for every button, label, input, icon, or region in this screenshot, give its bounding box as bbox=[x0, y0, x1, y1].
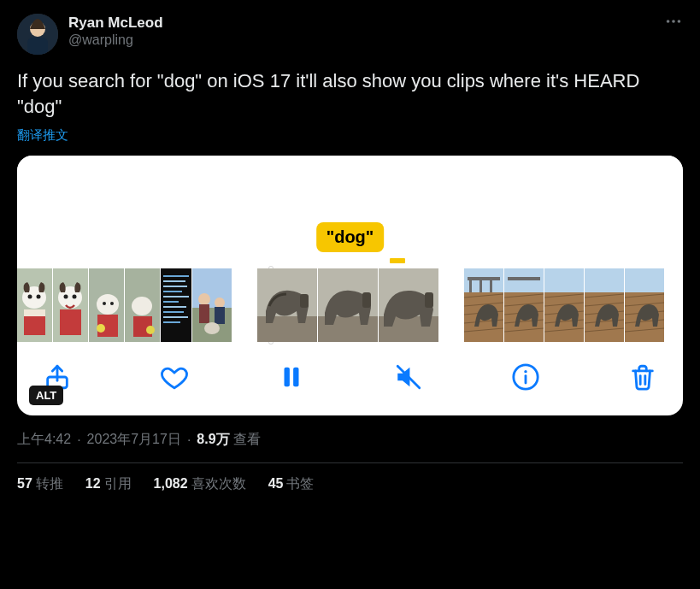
thumbnail[interactable] bbox=[89, 268, 124, 342]
thumbnail[interactable] bbox=[504, 268, 544, 342]
trash-button[interactable] bbox=[628, 362, 657, 392]
svg-rect-72 bbox=[508, 277, 540, 280]
svg-rect-80 bbox=[585, 268, 624, 292]
svg-rect-63 bbox=[479, 280, 482, 292]
retweets-stat[interactable]: 57转推 bbox=[17, 475, 63, 493]
svg-rect-53 bbox=[425, 292, 433, 308]
pause-button[interactable] bbox=[277, 362, 306, 392]
svg-point-4 bbox=[672, 20, 675, 23]
retweets-label: 转推 bbox=[36, 476, 63, 491]
like-button[interactable] bbox=[160, 362, 189, 392]
media-top: "dog" bbox=[17, 156, 683, 267]
trash-icon bbox=[628, 362, 657, 392]
svg-rect-27 bbox=[161, 268, 191, 342]
svg-point-40 bbox=[198, 293, 210, 305]
thumbnail[interactable] bbox=[585, 268, 624, 342]
info-button[interactable] bbox=[511, 362, 540, 392]
svg-rect-34 bbox=[163, 306, 186, 308]
svg-rect-61 bbox=[468, 277, 500, 280]
svg-point-5 bbox=[678, 20, 681, 23]
views-label: 查看 bbox=[233, 431, 261, 449]
alt-badge[interactable]: ALT bbox=[29, 386, 63, 405]
svg-rect-28 bbox=[163, 275, 189, 277]
thumbnail[interactable] bbox=[625, 268, 664, 342]
pause-icon bbox=[277, 362, 306, 392]
handle[interactable]: @warpling bbox=[68, 32, 163, 49]
mute-icon bbox=[394, 362, 423, 392]
display-name[interactable]: Ryan McLeod bbox=[68, 14, 163, 32]
more-button[interactable] bbox=[664, 12, 683, 34]
svg-point-20 bbox=[110, 302, 114, 305]
video-timeline[interactable] bbox=[17, 267, 683, 344]
svg-rect-95 bbox=[285, 368, 290, 387]
likes-count: 1,082 bbox=[154, 476, 188, 491]
avatar[interactable] bbox=[17, 14, 58, 55]
svg-rect-31 bbox=[163, 291, 182, 292]
separator: · bbox=[77, 433, 80, 448]
thumbnail[interactable] bbox=[318, 268, 378, 342]
svg-point-44 bbox=[204, 322, 220, 334]
svg-rect-96 bbox=[293, 368, 298, 387]
thumbnail[interactable] bbox=[192, 268, 232, 342]
tweet-header: Ryan McLeod @warpling bbox=[17, 14, 683, 55]
svg-rect-64 bbox=[490, 280, 492, 292]
thumbnail[interactable] bbox=[125, 268, 160, 342]
svg-rect-37 bbox=[163, 321, 180, 323]
thumbnail[interactable] bbox=[379, 268, 438, 342]
clip-group-2 bbox=[257, 268, 438, 342]
svg-rect-87 bbox=[625, 268, 664, 292]
bookmarks-count: 45 bbox=[268, 476, 284, 491]
clip-group-3 bbox=[464, 268, 664, 342]
thumbnail[interactable] bbox=[257, 268, 317, 342]
svg-point-24 bbox=[132, 297, 152, 315]
media-controls bbox=[17, 344, 683, 415]
clip-group-1 bbox=[17, 268, 232, 342]
svg-point-14 bbox=[64, 295, 68, 299]
likes-label: 喜欢次数 bbox=[191, 476, 246, 491]
svg-rect-33 bbox=[163, 301, 179, 303]
svg-point-15 bbox=[73, 295, 77, 299]
tweet-text: If you search for "dog" on iOS 17 it'll … bbox=[17, 68, 683, 119]
media-card: "dog" bbox=[17, 156, 683, 415]
thumbnail[interactable] bbox=[53, 268, 88, 342]
views-count[interactable]: 8.9万 bbox=[197, 431, 229, 449]
svg-rect-11 bbox=[24, 309, 45, 316]
post-date[interactable]: 2023年7月17日 bbox=[87, 431, 181, 449]
likes-stat[interactable]: 1,082喜欢次数 bbox=[154, 475, 246, 493]
quotes-count: 12 bbox=[85, 476, 101, 491]
svg-rect-30 bbox=[163, 286, 187, 287]
meta-line: 上午4:42 · 2023年7月17日 · 8.9万 查看 bbox=[17, 431, 683, 449]
svg-rect-50 bbox=[362, 292, 371, 308]
svg-rect-62 bbox=[469, 280, 472, 292]
mute-button[interactable] bbox=[394, 362, 423, 392]
svg-point-3 bbox=[667, 20, 670, 23]
quotes-stat[interactable]: 12引用 bbox=[85, 475, 132, 493]
thumbnail[interactable] bbox=[17, 268, 52, 342]
thumbnail[interactable] bbox=[544, 268, 584, 342]
svg-rect-16 bbox=[60, 309, 81, 335]
post-time[interactable]: 上午4:42 bbox=[17, 431, 71, 449]
svg-point-22 bbox=[97, 324, 105, 333]
separator: · bbox=[187, 433, 191, 448]
heart-icon bbox=[160, 362, 189, 392]
svg-rect-2 bbox=[27, 38, 48, 55]
avatar-image bbox=[17, 14, 58, 55]
retweets-count: 57 bbox=[17, 476, 32, 491]
translate-link[interactable]: 翻译推文 bbox=[17, 127, 68, 144]
svg-rect-73 bbox=[544, 268, 584, 292]
svg-rect-47 bbox=[300, 294, 309, 308]
thumbnail[interactable] bbox=[464, 268, 503, 342]
svg-rect-32 bbox=[163, 296, 189, 297]
dog-search-label: "dog" bbox=[316, 222, 385, 252]
timeline-marker bbox=[390, 258, 405, 263]
bookmarks-label: 书签 bbox=[286, 476, 314, 491]
svg-rect-38 bbox=[192, 268, 232, 308]
svg-point-8 bbox=[28, 295, 32, 299]
svg-point-42 bbox=[215, 297, 225, 308]
timeline-gap bbox=[438, 268, 464, 342]
svg-point-18 bbox=[97, 294, 119, 315]
bookmarks-stat[interactable]: 45书签 bbox=[268, 475, 315, 493]
quotes-label: 引用 bbox=[104, 476, 132, 491]
svg-point-26 bbox=[146, 326, 155, 334]
thumbnail[interactable] bbox=[161, 268, 191, 342]
